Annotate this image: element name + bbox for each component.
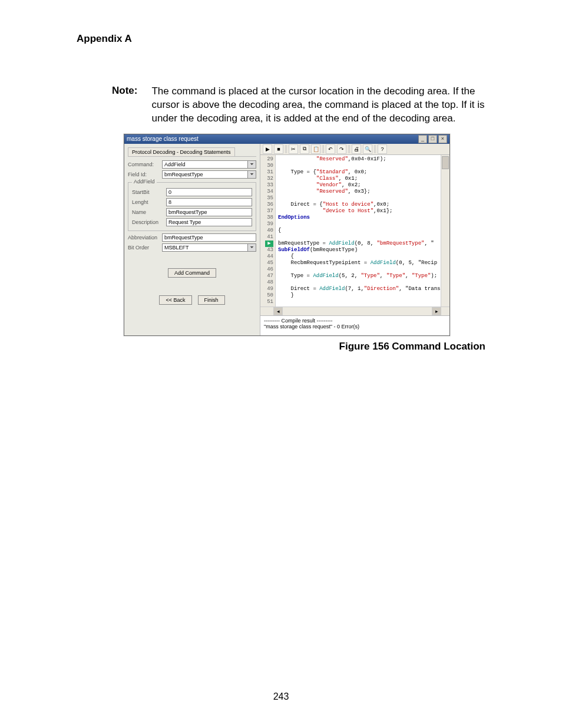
command-select[interactable] xyxy=(162,160,248,169)
undo-icon[interactable]: ↶ xyxy=(326,144,335,154)
tab-decoding-statements[interactable]: Protocol Decoding - Decoding Statements xyxy=(128,147,235,156)
find-icon[interactable]: 🔍 xyxy=(363,144,372,154)
chevron-down-icon[interactable] xyxy=(248,160,256,169)
titlebar: mass storage class request _ □ × xyxy=(124,134,449,144)
print-icon[interactable]: 🖨 xyxy=(352,144,361,154)
bitorder-select[interactable] xyxy=(162,243,248,252)
scroll-left-icon[interactable]: ◂ xyxy=(273,307,283,315)
note-label: Note: xyxy=(112,85,137,97)
stop-icon[interactable]: ■ xyxy=(274,144,283,154)
length-input[interactable] xyxy=(166,198,252,206)
figure-caption: Figure 156 Command Location xyxy=(77,341,485,353)
editor-toolbar: ▶ ■ ✂ ⧉ 📋 ↶ ↷ 🖨 🔍 ? xyxy=(260,144,449,155)
group-title: AddField xyxy=(132,179,157,185)
help-icon[interactable]: ? xyxy=(378,144,387,154)
description-input[interactable] xyxy=(166,218,252,226)
command-label: Command: xyxy=(128,162,162,167)
name-input[interactable] xyxy=(166,208,252,216)
length-label: Lenght xyxy=(132,199,166,205)
code-gutter: 29 30 31 32 33 34 35 36 37 38 39 40 41 ▶… xyxy=(260,155,276,307)
run-icon[interactable]: ▶ xyxy=(263,144,272,154)
startbit-input[interactable] xyxy=(166,188,252,196)
scroll-right-icon[interactable]: ▸ xyxy=(432,307,441,315)
fieldid-label: Field Id: xyxy=(128,172,162,177)
redo-icon[interactable]: ↷ xyxy=(337,144,346,154)
appendix-heading: Appendix A xyxy=(77,33,497,45)
bitorder-label: Bit Order xyxy=(128,245,162,251)
note-text: The command is placed at the cursor loca… xyxy=(151,85,497,126)
chevron-down-icon[interactable] xyxy=(248,170,256,179)
back-button[interactable]: << Back xyxy=(159,295,191,305)
minimize-button[interactable]: _ xyxy=(418,135,427,143)
paste-icon[interactable]: 📋 xyxy=(311,144,320,154)
startbit-label: StartBit xyxy=(132,189,166,195)
window-title: mass storage class request xyxy=(127,136,199,142)
name-label: Name xyxy=(132,209,166,215)
fieldid-select[interactable] xyxy=(162,170,248,179)
dialog-window: mass storage class request _ □ × Protoco… xyxy=(124,134,450,336)
abbrev-input[interactable] xyxy=(162,233,256,242)
add-command-button[interactable]: Add Command xyxy=(168,268,216,278)
horizontal-scrollbar[interactable]: ◂ ▸ xyxy=(260,307,449,315)
finish-button[interactable]: Finish xyxy=(198,295,225,305)
cut-icon[interactable]: ✂ xyxy=(289,144,298,154)
page-number: 243 xyxy=(0,691,562,702)
copy-icon[interactable]: ⧉ xyxy=(300,144,309,154)
maximize-button[interactable]: □ xyxy=(428,135,437,143)
close-button[interactable]: × xyxy=(438,135,447,143)
code-editor[interactable]: "Reserved",0x04-0x1F); Type = {"Standard… xyxy=(276,155,441,307)
abbrev-label: Abbreviation xyxy=(128,235,162,241)
compile-output: --------- Compile result --------- "mass… xyxy=(260,315,449,335)
compile-result: "mass storage class request" - 0 Error(s… xyxy=(264,324,446,330)
compile-header: --------- Compile result --------- xyxy=(264,318,446,324)
chevron-down-icon[interactable] xyxy=(248,243,256,252)
description-label: Description xyxy=(132,219,166,225)
vertical-scrollbar[interactable] xyxy=(441,155,449,307)
